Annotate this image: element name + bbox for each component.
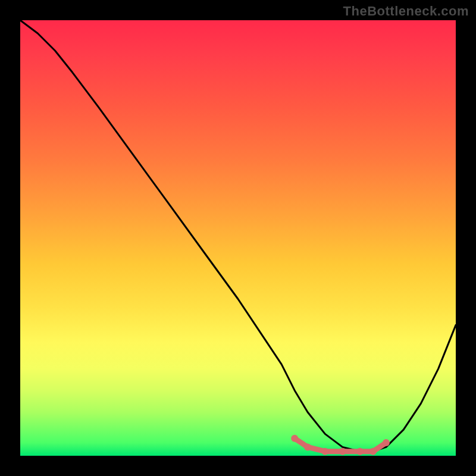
- optimal-range-dot: [321, 448, 328, 455]
- optimal-range-dot: [291, 435, 298, 442]
- optimal-range-dot: [339, 448, 346, 455]
- optimal-range-dot: [383, 439, 390, 446]
- bottleneck-curve-path: [20, 20, 456, 452]
- optimal-range-dot: [369, 448, 377, 455]
- watermark-text: TheBottleneck.com: [343, 4, 469, 19]
- plot-area: [20, 20, 456, 456]
- curve-layer: [20, 20, 456, 456]
- optimal-range-dot: [304, 443, 311, 450]
- chart-frame: TheBottleneck.com: [0, 0, 476, 476]
- optimal-range-dot: [356, 448, 364, 455]
